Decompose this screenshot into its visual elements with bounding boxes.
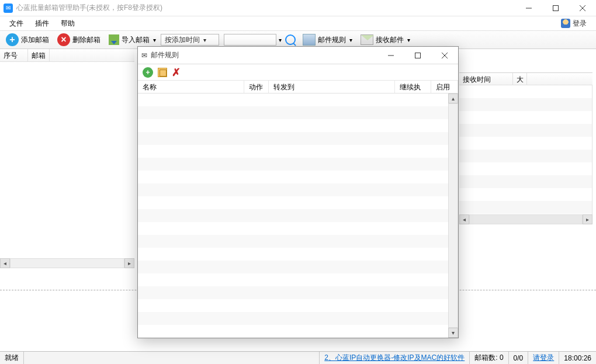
minimize-icon	[388, 53, 394, 58]
col-recv-time[interactable]: 接收时间	[459, 73, 513, 85]
message-body[interactable]	[459, 85, 592, 215]
plus-icon: +	[6, 33, 19, 46]
dialog-titlebar: ✉ 邮件规则	[138, 47, 458, 64]
scroll-right-icon[interactable]: ▸	[124, 258, 134, 268]
chevron-down-icon: ▾	[407, 37, 410, 43]
col-action[interactable]: 动作	[244, 81, 269, 93]
scroll-track[interactable]	[10, 258, 124, 268]
user-icon	[561, 19, 570, 28]
menu-plugin[interactable]: 插件	[29, 17, 55, 30]
status-progress: 0/0	[509, 352, 529, 364]
dialog-toolbar: + ✗	[138, 64, 458, 81]
menu-file[interactable]: 文件	[4, 17, 29, 30]
chevron-down-icon: ▾	[203, 37, 206, 43]
delete-rule-button[interactable]: ✗	[172, 66, 181, 79]
status-mailbox-count: 邮箱数: 0	[470, 352, 508, 364]
menu-help[interactable]: 帮助	[55, 17, 81, 30]
inbox-icon	[361, 34, 373, 45]
mailbox-list-header: 序号 邮箱	[0, 49, 134, 62]
edit-rule-button[interactable]	[158, 68, 167, 77]
chevron-down-icon[interactable]: ▾	[279, 37, 282, 43]
status-ad-link[interactable]: 2、心蓝IP自动更换器-修改IP及MAC的好软件	[324, 353, 465, 363]
status-ready: 就绪	[0, 352, 24, 364]
scroll-up-icon[interactable]: ▴	[448, 93, 458, 103]
status-login-link[interactable]: 请登录	[533, 353, 554, 363]
chevron-down-icon: ▾	[349, 37, 352, 43]
close-icon	[580, 5, 585, 11]
scroll-down-icon[interactable]: ▾	[448, 328, 458, 338]
status-login[interactable]: 请登录	[528, 352, 559, 364]
x-icon: ×	[57, 33, 70, 46]
dialog-minimize-button[interactable]	[377, 47, 404, 64]
dialog-close-button[interactable]	[431, 47, 458, 64]
col-seq[interactable]: 序号	[0, 49, 28, 61]
scroll-track[interactable]	[469, 214, 583, 224]
delete-mailbox-label: 删除邮箱	[72, 35, 101, 45]
delete-mailbox-button[interactable]: × 删除邮箱	[54, 30, 104, 49]
minimize-icon	[526, 5, 532, 11]
add-rule-button[interactable]: +	[143, 67, 153, 78]
scroll-track[interactable]	[448, 103, 458, 328]
menu-bar: 文件 插件 帮助 登录	[0, 16, 596, 30]
receive-mail-label: 接收邮件	[376, 35, 404, 45]
app-icon: ✉	[141, 51, 147, 60]
mailbox-hscroll[interactable]: ◂ ▸	[0, 258, 134, 268]
scroll-left-icon[interactable]: ◂	[0, 258, 10, 268]
status-ad[interactable]: 2、心蓝IP自动更换器-修改IP及MAC的好软件	[320, 352, 470, 364]
dialog-maximize-button[interactable]	[404, 47, 431, 64]
mailbox-list-body[interactable]	[0, 62, 134, 258]
svg-rect-1	[553, 5, 559, 11]
scroll-right-icon[interactable]: ▸	[583, 214, 592, 224]
import-icon	[109, 34, 119, 45]
dialog-window-controls	[377, 47, 458, 64]
status-spacer	[24, 352, 320, 364]
col-size[interactable]: 大	[513, 73, 527, 85]
import-mailbox-label: 导入邮箱	[122, 35, 150, 45]
maximize-icon	[553, 5, 559, 11]
col-enable[interactable]: 启用	[431, 81, 458, 93]
search-icon[interactable]	[285, 34, 296, 45]
col-continue[interactable]: 继续执行	[395, 81, 431, 93]
message-header: 接收时间 大	[459, 72, 592, 85]
minimize-button[interactable]	[515, 0, 542, 16]
message-hscroll[interactable]: ◂ ▸	[459, 214, 592, 224]
mail-rules-label: 邮件规则	[318, 35, 346, 45]
col-mailbox[interactable]: 邮箱	[28, 49, 50, 61]
dialog-title: 邮件规则	[151, 50, 179, 60]
rules-grid-body[interactable]: ▴ ▾	[138, 93, 458, 338]
close-icon	[442, 53, 448, 58]
add-mailbox-button[interactable]: + 添加邮箱	[2, 30, 53, 49]
add-mailbox-label: 添加邮箱	[21, 35, 49, 45]
col-name[interactable]: 名称	[138, 81, 244, 93]
app-title: 心蓝批量邮箱管理助手(未授权，按F8登录授权)	[16, 3, 162, 13]
login-link[interactable]: 登录	[561, 19, 592, 29]
sort-combo-value: 按添加时间	[165, 35, 200, 45]
rules-grid-header: 名称 动作 转发到 继续执行 启用	[138, 81, 458, 93]
scroll-left-icon[interactable]: ◂	[459, 214, 469, 224]
status-clock: 18:00:26	[559, 352, 596, 364]
col-forward[interactable]: 转发到	[269, 81, 395, 93]
chevron-down-icon: ▾	[153, 37, 156, 43]
search-input[interactable]	[224, 34, 276, 46]
rules-vscroll[interactable]: ▴ ▾	[448, 93, 458, 338]
maximize-button[interactable]	[542, 0, 569, 16]
sort-combo[interactable]: 按添加时间 ▾	[161, 34, 219, 46]
rules-icon	[303, 34, 316, 46]
svg-rect-5	[415, 53, 421, 58]
maximize-icon	[415, 53, 421, 58]
titlebar: ✉ 心蓝批量邮箱管理助手(未授权，按F8登录授权)	[0, 0, 596, 16]
login-label: 登录	[573, 19, 587, 29]
close-button[interactable]	[569, 0, 596, 16]
status-bar: 就绪 2、心蓝IP自动更换器-修改IP及MAC的好软件 邮箱数: 0 0/0 请…	[0, 351, 596, 364]
window-controls	[515, 0, 596, 16]
rules-grid-fill	[138, 93, 448, 338]
app-icon: ✉	[4, 4, 13, 13]
mail-rules-dialog: ✉ 邮件规则 + ✗ 名称 动作 转发到 继续执行 启用 ▴ ▾	[137, 46, 459, 338]
